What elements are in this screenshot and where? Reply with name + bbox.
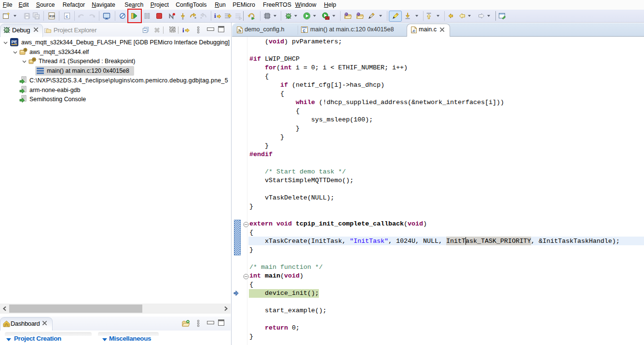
svg-text:i: i: [182, 27, 184, 34]
svg-text:010: 010: [49, 15, 55, 18]
svg-text:.c: .c: [411, 28, 415, 33]
svg-text:c: c: [303, 28, 306, 33]
svg-text:PE: PE: [12, 40, 17, 44]
svg-text:i: i: [214, 12, 216, 19]
svg-text:.h: .h: [237, 28, 242, 33]
svg-text:c: c: [66, 14, 68, 19]
